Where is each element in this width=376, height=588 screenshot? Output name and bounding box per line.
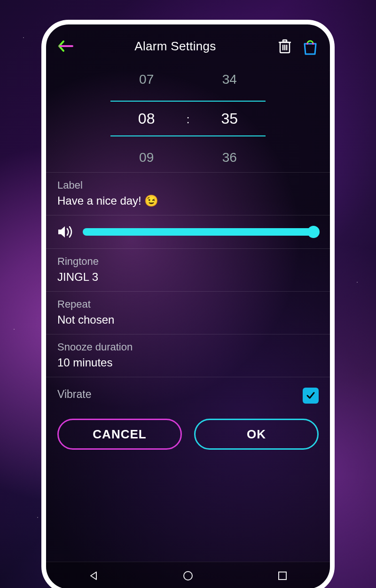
check-icon xyxy=(306,390,316,401)
svg-point-9 xyxy=(184,572,192,580)
slider-track xyxy=(83,228,319,236)
action-buttons: CANCEL OK xyxy=(46,409,330,450)
phone-frame: Alarm Settings 07 34 xyxy=(41,20,335,588)
circle-home-icon xyxy=(182,570,194,581)
hour-next: 09 xyxy=(125,150,168,165)
trash-icon xyxy=(278,39,291,54)
nav-home-button[interactable] xyxy=(181,569,195,583)
label-section[interactable]: Label Have a nice day! 😉 xyxy=(46,172,330,215)
back-arrow-icon xyxy=(58,40,74,52)
hour-selected[interactable]: 08 xyxy=(125,110,168,127)
minute-prev: 34 xyxy=(208,72,251,87)
time-row-prev: 07 34 xyxy=(46,65,330,94)
minute-next: 36 xyxy=(208,150,251,165)
time-picker[interactable]: 07 34 08 : 35 09 36 xyxy=(46,60,330,172)
label-title: Label xyxy=(57,179,319,191)
repeat-section[interactable]: Repeat Not chosen xyxy=(46,291,330,334)
volume-slider[interactable] xyxy=(83,227,319,237)
svg-rect-10 xyxy=(279,572,286,580)
volume-section xyxy=(46,215,330,248)
minute-selected[interactable]: 35 xyxy=(208,110,251,127)
ringtone-value: JINGL 3 xyxy=(57,270,319,284)
vibrate-section[interactable]: Vibrate xyxy=(46,377,330,409)
triangle-back-icon xyxy=(88,571,99,581)
volume-icon xyxy=(57,225,73,239)
ringtone-section[interactable]: Ringtone JINGL 3 xyxy=(46,248,330,291)
delete-button[interactable] xyxy=(275,37,294,56)
header-bar: Alarm Settings xyxy=(46,24,330,60)
time-row-selected: 08 : 35 xyxy=(110,101,266,136)
back-button[interactable] xyxy=(56,37,75,56)
label-value: Have a nice day! 😉 xyxy=(57,194,319,207)
repeat-title: Repeat xyxy=(57,298,319,310)
ringtone-title: Ringtone xyxy=(57,255,319,268)
page-title: Alarm Settings xyxy=(82,39,269,54)
snooze-value: 10 minutes xyxy=(57,356,319,369)
svg-rect-3 xyxy=(283,40,287,42)
hour-prev: 07 xyxy=(125,72,168,87)
shop-button[interactable] xyxy=(301,37,320,56)
repeat-value: Not chosen xyxy=(57,313,319,326)
vibrate-checkbox[interactable] xyxy=(303,388,319,404)
cancel-button[interactable]: CANCEL xyxy=(57,419,182,450)
nav-back-button[interactable] xyxy=(86,569,101,583)
slider-thumb[interactable] xyxy=(307,226,320,238)
svg-point-8 xyxy=(312,43,314,45)
time-separator: : xyxy=(187,113,190,126)
system-navbar xyxy=(46,562,330,588)
vibrate-title: Vibrate xyxy=(57,388,91,401)
time-row-next: 09 36 xyxy=(46,143,330,172)
nav-recent-button[interactable] xyxy=(275,569,290,583)
snooze-title: Snooze duration xyxy=(57,341,319,353)
ok-button[interactable]: OK xyxy=(194,419,319,450)
square-recent-icon xyxy=(278,571,287,580)
snooze-section[interactable]: Snooze duration 10 minutes xyxy=(46,334,330,377)
svg-point-7 xyxy=(306,43,308,45)
shopping-bag-icon xyxy=(302,37,318,55)
